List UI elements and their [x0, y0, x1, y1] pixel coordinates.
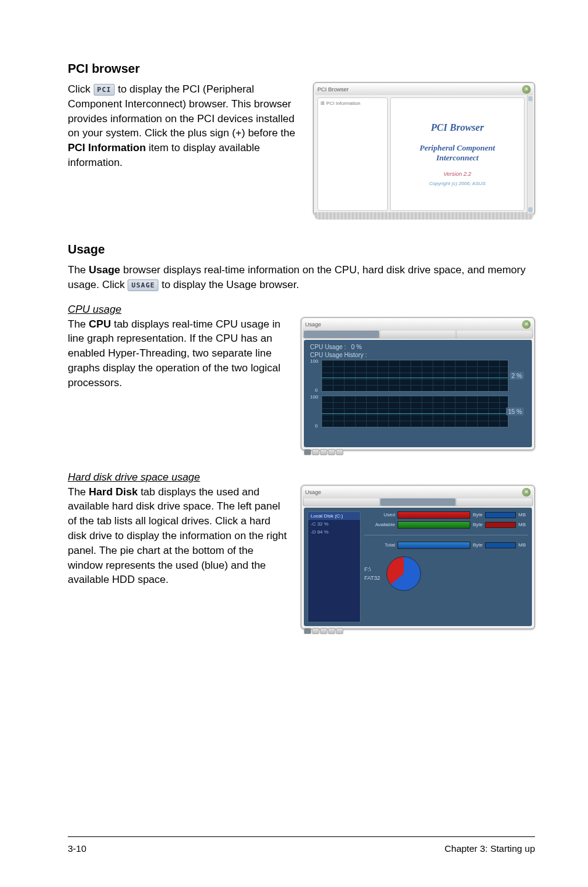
window-title-bar: Usage ✕ [303, 487, 533, 498]
tab[interactable] [304, 331, 379, 338]
page-footer: 3-10 Chapter 3: Starting up [68, 836, 535, 854]
bottom-tab[interactable] [328, 449, 335, 455]
pci-panel-subtitle2: Interconnect [436, 153, 479, 163]
pie-label-fs: F:\ [364, 566, 380, 572]
label: Used [364, 512, 395, 518]
tab[interactable] [457, 331, 532, 338]
used-num-bar [485, 512, 516, 518]
y-axis-min: 0 [315, 423, 317, 429]
pci-info-panel: PCI Browser Peripheral Component Interco… [390, 97, 525, 211]
label: Available [364, 522, 395, 527]
window-bottom-tabs [303, 627, 533, 636]
window-footer-grip [315, 212, 533, 220]
hdd-used-row: Used Byte MB [364, 511, 528, 519]
pci-copyright: Copyright (c) 2006, ASUS [429, 181, 486, 186]
total-bar [398, 542, 470, 549]
drive-item[interactable]: Local Disk (C:) [308, 512, 360, 520]
text: The [68, 318, 89, 330]
hdd-total-row: Total Byte MB [364, 542, 528, 549]
harddisk-bold: Hard Disk [89, 486, 137, 498]
pci-tree-item[interactable]: ⊞ PCI Information [321, 101, 385, 106]
chapter-label: Chapter 3: Starting up [444, 843, 535, 854]
tab[interactable] [380, 498, 455, 506]
usage-inline-button: USAGE [128, 279, 158, 291]
close-icon[interactable]: ✕ [522, 320, 531, 329]
cpu-usage-value: 0 % [351, 344, 362, 350]
close-icon[interactable]: ✕ [522, 85, 531, 94]
pci-tree-panel[interactable]: ⊞ PCI Information [317, 97, 388, 211]
cpu-usage-subheading: CPU usage [68, 303, 535, 316]
pci-inline-button: PCI [94, 84, 115, 96]
bottom-tab[interactable] [312, 628, 319, 634]
y-axis-min: 0 [315, 387, 317, 393]
unit: MB [518, 542, 528, 548]
total-num-bar [485, 542, 516, 548]
drive-item[interactable]: -D 84 % [308, 528, 360, 536]
text: to display the Usage browser. [158, 279, 299, 291]
unit: MB [518, 512, 528, 518]
usage-heading: Usage [68, 242, 535, 257]
window-bottom-tabs [303, 448, 533, 457]
close-icon[interactable]: ✕ [522, 488, 531, 497]
pci-browser-heading: PCI browser [68, 62, 535, 76]
pie-label-type: FAT32 [364, 575, 380, 581]
pci-panel-title: PCI Browser [431, 122, 484, 133]
usage-paragraph: The Usage browser displays real-time inf… [68, 263, 535, 292]
text: Click [68, 83, 94, 95]
pci-version: Version 2.2 [443, 171, 471, 177]
hdd-subheading: Hard disk drive space usage [68, 471, 535, 484]
hdd-details-panel: Used Byte MB Available Byte MB [364, 511, 528, 622]
window-title: PCI Browser [317, 86, 349, 93]
unit: MB [518, 522, 528, 527]
cpu-bold: CPU [89, 318, 111, 330]
avail-bar [398, 521, 470, 529]
bottom-tab[interactable] [320, 628, 327, 634]
page-number: 3-10 [68, 843, 86, 854]
cpu-graph-2: 15 % [321, 395, 508, 427]
window-title: Usage [305, 489, 321, 495]
cpu-graph-pct: 15 % [506, 407, 524, 415]
tab[interactable] [304, 498, 379, 506]
window-tab-strip [303, 330, 533, 339]
cpu-usage-window: Usage ✕ CPU Usage : 0 % CPU Usage Histor… [301, 317, 535, 450]
bottom-tab[interactable] [328, 628, 335, 634]
text: The [68, 264, 89, 276]
bottom-tab[interactable] [312, 449, 319, 455]
hdd-drive-list[interactable]: Local Disk (C:) -C 32 % -D 84 % [308, 511, 361, 622]
label: Total [364, 542, 395, 548]
cpu-graph-pct: 2 % [510, 371, 524, 379]
bottom-tab[interactable] [336, 449, 343, 455]
bottom-tab[interactable] [336, 628, 343, 634]
window-tab-strip [303, 498, 533, 506]
bottom-tab[interactable] [304, 449, 311, 455]
tab[interactable] [380, 331, 455, 338]
separator [364, 535, 528, 535]
pci-information-bold: PCI Information [68, 142, 146, 154]
usage-bold: Usage [89, 264, 120, 276]
hdd-pie-chart [386, 556, 421, 591]
pci-browser-window: PCI Browser ✕ ⊞ PCI Information PCI Brow… [313, 82, 535, 215]
unit: Byte [473, 522, 483, 527]
hdd-avail-row: Available Byte MB [364, 521, 528, 529]
unit: Byte [473, 512, 483, 518]
cpu-usage-label: CPU Usage : 0 % [310, 344, 526, 350]
drive-item[interactable]: -C 32 % [308, 520, 360, 528]
pci-panel-subtitle: Peripheral Component [420, 143, 495, 153]
text: tab displays the used and available hard… [68, 486, 287, 586]
hdd-usage-window: Usage ✕ Local Disk (C:) -C 32 % -D 84 % … [301, 485, 535, 629]
text: CPU Usage : [310, 344, 346, 350]
cpu-history-label: CPU Usage History : [310, 352, 526, 358]
text: The [68, 486, 89, 498]
y-axis-max: 100 [310, 394, 318, 400]
scrollbar[interactable] [527, 95, 533, 213]
cpu-usage-paragraph: The CPU tab displays real-time CPU usage… [68, 317, 288, 390]
cpu-graph-1: 2 % [321, 360, 508, 392]
hdd-paragraph: The Hard Disk tab displays the used and … [68, 485, 288, 588]
pci-browser-paragraph: Click PCI to display the PCI (Peripheral… [68, 82, 301, 170]
tab[interactable] [457, 498, 532, 506]
y-axis-max: 100 [310, 358, 318, 364]
bottom-tab[interactable] [304, 628, 311, 634]
used-bar [398, 511, 470, 519]
bottom-tab[interactable] [320, 449, 327, 455]
window-title: Usage [305, 321, 321, 328]
